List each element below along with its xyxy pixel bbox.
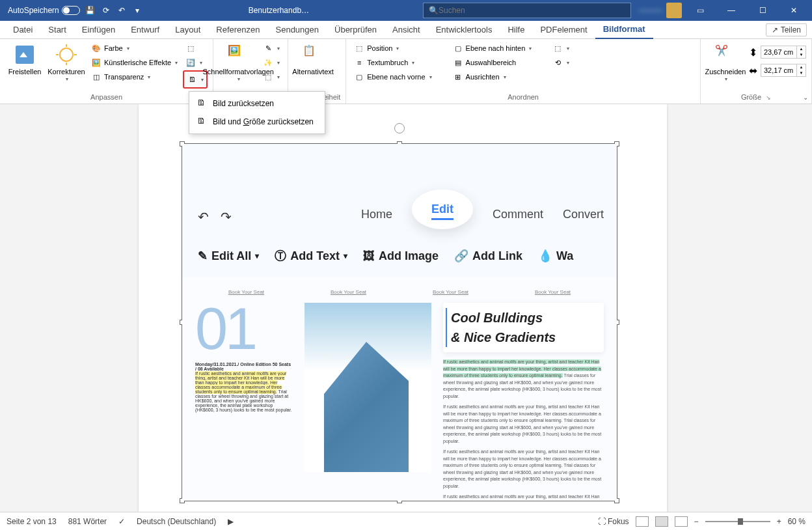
height-down[interactable]: ▼ — [797, 52, 805, 58]
image-tool-addlink: 🔗Add Link — [454, 248, 522, 264]
spellcheck-icon[interactable]: ✓ — [118, 517, 125, 526]
view-web-button[interactable] — [675, 516, 688, 527]
change-picture-button[interactable]: 🔄 — [183, 56, 208, 69]
tab-entwurf[interactable]: Entwurf — [123, 21, 167, 39]
textumbruch-label: Textumbruch — [367, 59, 408, 66]
picture-border-icon: ✎ — [263, 43, 273, 53]
text-icon: Ⓣ — [275, 248, 286, 264]
zoom-slider[interactable] — [705, 521, 770, 522]
position-label: Position — [367, 44, 392, 52]
auswahlbereich-button[interactable]: ▤Auswahlbereich — [450, 56, 535, 69]
language-indicator[interactable]: Deutsch (Deutschland) — [137, 517, 216, 526]
drop-icon: 💧 — [538, 249, 552, 263]
tab-hilfe[interactable]: Hilfe — [500, 21, 532, 39]
width-up[interactable]: ▲ — [797, 64, 805, 70]
schnellformatvorlagen-button[interactable]: 🖼️ Schnellformatvorlagen — [219, 42, 258, 85]
autosave-toggle[interactable]: AutoSpeichern — [8, 6, 80, 15]
tab-ansicht[interactable]: Ansicht — [385, 21, 428, 39]
tab-einfuegen[interactable]: Einfügen — [74, 21, 123, 39]
menu-item1-label: Bild zurücksetzen — [213, 99, 274, 108]
view-read-button[interactable] — [636, 516, 649, 527]
group-button[interactable]: ⬚ — [550, 42, 572, 55]
tab-start[interactable]: Start — [40, 21, 74, 39]
zoom-value[interactable]: 60 % — [788, 517, 805, 526]
content-col1: 01 Monday/31.01.2021./ Online Edition 50… — [195, 303, 293, 501]
ebene-hinten-button[interactable]: ▢Ebene nach hinten — [450, 42, 535, 55]
position-button[interactable]: ⬚Position — [351, 42, 434, 55]
share-button[interactable]: ↗Teilen — [766, 23, 807, 36]
picture-layout-button[interactable]: ⬚ — [260, 70, 282, 83]
effekte-button[interactable]: 🖼️Künstlerische Effekte — [88, 56, 180, 69]
macro-icon[interactable]: ▶ — [228, 517, 234, 526]
booking-row: Book Your SeatBook Your SeatBook Your Se… — [195, 289, 604, 295]
zuschneiden-button[interactable]: ✂️ Zuschneiden — [706, 42, 745, 85]
freistellen-button[interactable]: Freistellen — [5, 42, 44, 79]
ausrichten-button[interactable]: ⊞Ausrichten — [450, 70, 535, 83]
menu-bild-und-groesse-zuruecksetzen[interactable]: 🖻 Bild und Größe zurücksetzen — [189, 113, 325, 131]
collapse-ribbon-icon[interactable]: ⌄ — [803, 94, 808, 101]
width-input[interactable]: 32,17 cm▲▼ — [761, 64, 806, 77]
heading-box: Cool Bulldings & Nice Gradients — [443, 303, 604, 352]
width-down[interactable]: ▼ — [797, 70, 805, 76]
view-print-button[interactable] — [655, 516, 668, 527]
undo-icon[interactable]: ↶ — [116, 5, 127, 16]
picture-effects-button[interactable]: ✨ — [260, 56, 282, 69]
tab-entwicklertools[interactable]: Entwicklertools — [428, 21, 500, 39]
tab-ueberpruefen[interactable]: Überprüfen — [327, 21, 385, 39]
fokus-button[interactable]: ⛶ Fokus — [598, 517, 629, 526]
tab-pdfelement[interactable]: PDFelement — [532, 21, 595, 39]
picture-border-button[interactable]: ✎ — [260, 42, 282, 55]
image-tool-addtext: ⓉAdd Text▾ — [275, 248, 347, 264]
page-indicator[interactable]: Seite 2 von 13 — [7, 517, 57, 526]
word-count[interactable]: 881 Wörter — [68, 517, 107, 526]
zoom-in-button[interactable]: + — [777, 517, 781, 526]
tab-sendungen[interactable]: Sendungen — [268, 21, 327, 39]
ribbon-tabs: Datei Start Einfügen Entwurf Layout Refe… — [0, 21, 812, 39]
col1-heading: Monday/31.01.2021./ Online Edition 50 Se… — [195, 362, 293, 371]
svg-point-1 — [60, 48, 73, 61]
height-input[interactable]: 23,67 cm▲▼ — [761, 46, 806, 59]
col1-body: If rustic aesthetics and animal motifs a… — [195, 371, 293, 412]
col3-para2: If rustic aesthetics and animal motifs a… — [443, 404, 604, 445]
farbe-button[interactable]: 🎨Farbe — [88, 42, 180, 55]
page: ↶ ↷ Home Edit Comment Convert ✎Edit All▾… — [139, 104, 667, 512]
close-icon[interactable]: ✕ — [781, 1, 807, 20]
image-selection[interactable]: ↶ ↷ Home Edit Comment Convert ✎Edit All▾… — [182, 143, 617, 501]
image-icon: 🖼 — [363, 249, 375, 263]
artistic-effects-icon: 🖼️ — [91, 57, 102, 68]
search-input[interactable] — [439, 6, 625, 15]
groesse-launcher[interactable]: ↘ — [763, 94, 771, 101]
toggle-switch[interactable] — [62, 6, 80, 15]
maximize-icon[interactable]: ☐ — [750, 1, 776, 20]
height-up[interactable]: ▲ — [797, 46, 805, 52]
rotate-handle[interactable] — [394, 123, 405, 133]
zoom-out-button[interactable]: − — [694, 517, 699, 526]
tab-bildformat[interactable]: Bildformat — [595, 21, 653, 39]
search-box[interactable]: 🔍 — [423, 3, 631, 18]
redo-arrow-icon: ↷ — [221, 209, 232, 225]
user-info[interactable]: ——— — [639, 3, 682, 18]
group-anordnen-label: Anordnen — [351, 92, 695, 102]
tab-referenzen[interactable]: Referenzen — [208, 21, 267, 39]
ebene-vorne-button[interactable]: ▢Ebene nach vorne — [351, 70, 434, 83]
farbe-label: Farbe — [104, 44, 123, 52]
ebene-hinten-label: Ebene nach hinten — [466, 44, 526, 52]
autosave-label: AutoSpeichern — [8, 6, 59, 15]
rotate-button[interactable]: ⟲ — [550, 56, 572, 69]
save-icon[interactable]: 💾 — [85, 5, 96, 16]
tab-layout[interactable]: Layout — [167, 21, 208, 39]
alternativtext-button[interactable]: 📋 Alternativtext — [293, 42, 332, 79]
ribbon-display-icon[interactable]: ▭ — [687, 1, 713, 20]
textumbruch-button[interactable]: ≡Textumbruch — [351, 56, 434, 69]
image-tab-convert: Convert — [563, 208, 604, 247]
menu-bild-zuruecksetzen[interactable]: 🖻 Bild zurücksetzen — [189, 94, 325, 113]
korrekturen-button[interactable]: Korrekturen — [47, 42, 86, 85]
compress-button[interactable]: ⬚ — [183, 42, 208, 55]
korrekturen-label: Korrekturen — [47, 68, 85, 76]
transparenz-button[interactable]: ◫Transparenz — [88, 70, 180, 83]
sync-icon[interactable]: ⟳ — [101, 5, 111, 16]
qat-more-icon[interactable]: ▾ — [132, 5, 142, 16]
tab-datei[interactable]: Datei — [5, 21, 40, 39]
col3-para3: If rustic aesthetics and animal motifs a… — [443, 449, 604, 490]
minimize-icon[interactable]: — — [718, 1, 744, 20]
